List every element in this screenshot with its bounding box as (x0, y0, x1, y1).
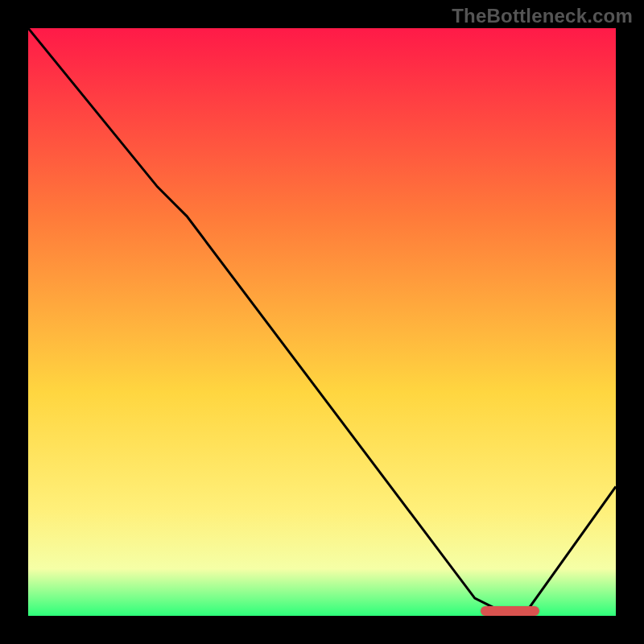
chart-svg (28, 28, 616, 616)
optimum-marker (481, 606, 539, 616)
plot-area (28, 28, 616, 616)
chart-frame: TheBottleneck.com (0, 0, 644, 644)
watermark-text: TheBottleneck.com (452, 5, 633, 27)
gradient-background (28, 28, 616, 616)
